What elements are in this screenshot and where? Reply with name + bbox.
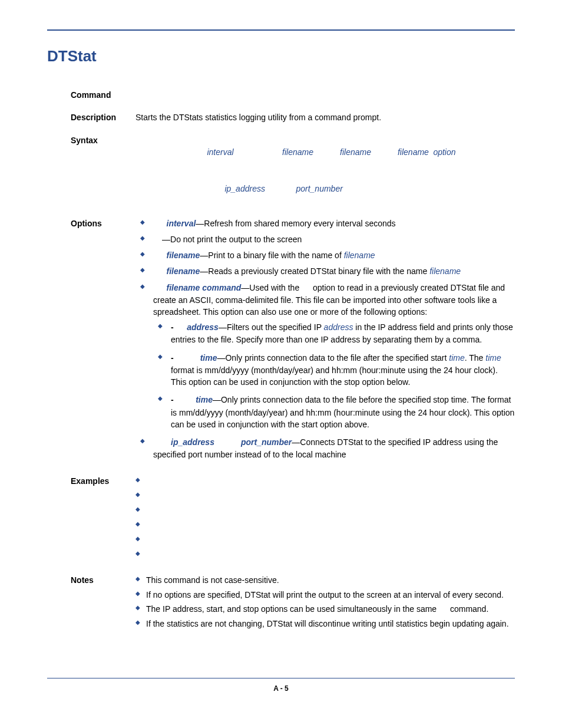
row-examples: Examples DTStat -i30 -f stats.sts DTStat… [71, 475, 515, 564]
example-2: DTStat -p -f stats.sts [135, 490, 515, 502]
subopt-stop: -STOP time—Only prints connection data t… [153, 394, 515, 430]
row-notes: Notes This command is not case-sensitive… [71, 574, 515, 632]
row-syntax: Syntax DTStat [-i interval] [-p] [-f fil… [71, 134, 515, 207]
syntax-option: option [433, 147, 455, 157]
page-footer: A - 5 [47, 678, 515, 693]
example-5: DTStat -t stats.sts -s stats.csv -START … [135, 534, 515, 546]
syntax-ip: ip_address [224, 184, 265, 193]
row-options: Options -i interval—Refresh from shared … [71, 218, 515, 465]
label-command: Command [71, 89, 135, 101]
subopt-start: -START time—Only prints connection data … [153, 352, 515, 388]
opt-ipport: -IP ip_address port port_number—Connects… [135, 436, 515, 460]
opt-s: -s filename command—Used with the -t opt… [135, 282, 515, 431]
top-rule [47, 29, 515, 31]
label-options: Options [71, 218, 135, 465]
note-2: If no options are specified, DTStat will… [135, 589, 515, 601]
value-options: -i interval—Refresh from shared memory e… [135, 218, 515, 465]
row-command: Command DTStat [71, 89, 515, 101]
syntax-filename3: filename [398, 147, 429, 157]
value-notes: This command is not case-sensitive. If n… [135, 574, 515, 632]
example-4: DTStat -t stats.sts -s stats.csv -IP 10.… [135, 519, 515, 532]
opt-p: -p—Do not print the output to the screen [135, 233, 515, 246]
label-notes: Notes [71, 574, 135, 632]
syntax-port: port_number [296, 184, 342, 193]
label-syntax: Syntax [71, 134, 135, 207]
value-syntax: DTStat [-i interval] [-p] [-f filename] … [135, 134, 515, 207]
value-examples: DTStat -i30 -f stats.sts DTStat -p -f st… [135, 475, 515, 564]
syntax-filename1: filename [282, 147, 313, 157]
note-1: This command is not case-sensitive. [135, 574, 515, 586]
opt-interval: -i interval—Refresh from shared memory e… [135, 218, 515, 230]
note-4: If the statistics are not changing, DTSt… [135, 618, 515, 630]
syntax-interval: interval [207, 147, 233, 157]
opt-t: -t filename—Reads a previously created D… [135, 265, 515, 278]
content: Command DTStat Description Starts the DT… [47, 89, 515, 678]
value-command: DTStat [135, 89, 515, 101]
note-3: The IP address, start, and stop options … [135, 603, 515, 615]
label-description: Description [71, 111, 135, 123]
example-6: DTStat -server 206.31.4.51 -i30 -f stats… [135, 549, 515, 561]
label-examples: Examples [71, 475, 135, 564]
row-description: Description Starts the DTStats statistic… [71, 111, 515, 123]
example-1: DTStat -i30 -f stats.sts [135, 475, 515, 487]
page-title: DTStat [47, 47, 515, 65]
opt-f: -f filename—Print to a binary file with … [135, 249, 515, 262]
syntax-filename2: filename [340, 147, 371, 157]
example-3: DTStat -t stats.sts -s stats.csv [135, 505, 515, 517]
subopt-ip: -IP address—Filters out the specified IP… [153, 321, 515, 345]
value-description: Starts the DTStats statistics logging ut… [135, 111, 515, 123]
